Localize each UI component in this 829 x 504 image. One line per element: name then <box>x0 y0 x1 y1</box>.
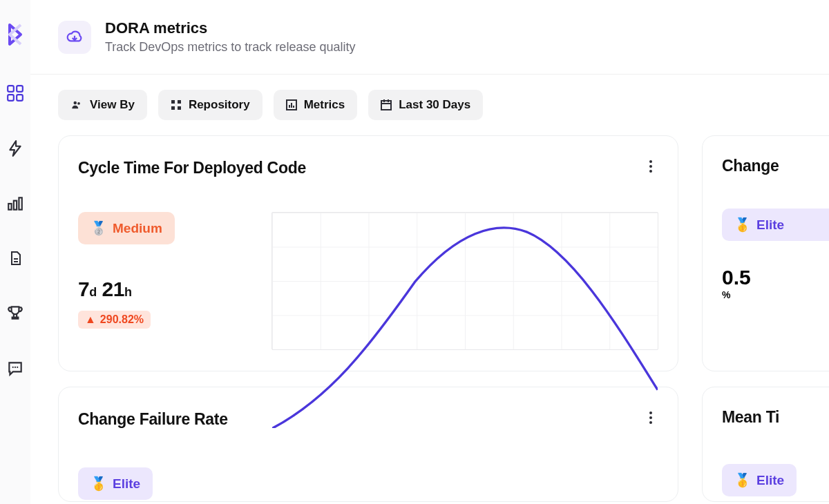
date-range-filter[interactable]: Last 30 Days <box>368 90 483 120</box>
repository-filter[interactable]: Repository <box>158 90 263 120</box>
mtr-card: Mean Ti 🥇 Elite <box>702 387 829 502</box>
svg-point-11 <box>17 367 18 368</box>
mtr-title: Mean Ti <box>722 408 779 427</box>
svg-rect-20 <box>291 103 292 108</box>
metrics-filter[interactable]: Metrics <box>274 90 358 120</box>
medal-icon: 🥈 <box>90 220 107 236</box>
cycle-time-menu[interactable] <box>643 157 658 179</box>
nav-docs[interactable] <box>7 250 23 269</box>
view-by-label: View By <box>90 98 135 112</box>
kebab-icon <box>649 159 653 173</box>
cycle-time-value: 7d 21h <box>78 278 244 301</box>
change-card: Change 🥇 Elite 0.5 % <box>702 135 829 371</box>
badge-label: Medium <box>113 221 162 236</box>
badge-label: Elite <box>113 476 140 492</box>
nav-chat[interactable] <box>6 359 24 380</box>
status-badge: 🥈 Medium <box>78 212 175 244</box>
status-badge: 🥇 Elite <box>722 464 797 496</box>
filter-toolbar: View By Repository Metrics Last 30 Days <box>30 75 829 135</box>
grid-small-icon <box>171 99 182 110</box>
page-header: DORA metrics Track DevOps metrics to tra… <box>30 0 829 75</box>
chat-icon <box>6 359 24 377</box>
medal-icon: 🥇 <box>734 217 751 233</box>
cycle-time-delta: ▲ 290.82% <box>78 311 151 329</box>
cycle-time-card: Cycle Time For Deployed Code 🥈 Medium 7d <box>58 135 678 371</box>
svg-rect-22 <box>381 101 391 110</box>
svg-point-10 <box>15 367 16 368</box>
header-icon-tile <box>58 21 91 54</box>
cloud-download-icon <box>66 28 84 46</box>
cycle-time-title: Cycle Time For Deployed Code <box>78 159 306 177</box>
svg-point-12 <box>74 101 77 105</box>
svg-rect-6 <box>19 197 21 209</box>
sidebar <box>0 0 30 504</box>
repository-label: Repository <box>189 98 250 112</box>
svg-rect-5 <box>14 201 17 210</box>
svg-point-9 <box>12 367 14 368</box>
nav-activity[interactable] <box>6 139 24 160</box>
delta-value: 290.82% <box>100 313 144 326</box>
bars-icon <box>6 195 24 213</box>
grid-icon <box>6 84 24 102</box>
nav-trophy[interactable] <box>6 304 24 324</box>
cycle-time-chart <box>271 212 658 350</box>
svg-point-26 <box>649 160 652 163</box>
nav-analytics[interactable] <box>6 195 24 215</box>
svg-rect-17 <box>178 106 181 110</box>
triangle-up-icon: ▲ <box>85 313 96 326</box>
document-icon <box>7 250 23 266</box>
metrics-label: Metrics <box>304 98 345 112</box>
svg-rect-14 <box>171 100 175 104</box>
main-content: DORA metrics Track DevOps metrics to tra… <box>30 0 829 504</box>
svg-rect-0 <box>8 86 14 92</box>
svg-rect-21 <box>293 106 294 108</box>
status-badge: 🥇 Elite <box>722 209 829 241</box>
change-value: 0.5 % <box>722 266 751 300</box>
trophy-icon <box>6 304 24 322</box>
svg-point-13 <box>77 102 80 105</box>
page-subtitle: Track DevOps metrics to track release qu… <box>105 40 355 55</box>
svg-point-27 <box>649 165 652 168</box>
medal-icon: 🥇 <box>734 472 751 488</box>
status-badge: 🥇 Elite <box>78 467 153 500</box>
svg-rect-15 <box>178 100 181 104</box>
svg-point-28 <box>649 170 652 173</box>
svg-rect-2 <box>8 95 14 101</box>
people-icon <box>70 99 83 111</box>
svg-rect-3 <box>17 95 23 101</box>
chart-icon <box>286 99 297 110</box>
page-title: DORA metrics <box>105 19 355 37</box>
date-range-label: Last 30 Days <box>399 98 470 112</box>
medal-icon: 🥇 <box>90 476 107 492</box>
badge-label: Elite <box>756 217 784 233</box>
calendar-icon <box>381 99 392 110</box>
svg-rect-16 <box>171 106 175 110</box>
app-logo-icon <box>0 19 30 50</box>
svg-rect-1 <box>17 86 23 92</box>
badge-label: Elite <box>756 473 784 488</box>
line-chart <box>272 213 658 428</box>
view-by-filter[interactable]: View By <box>58 90 147 120</box>
change-title: Change <box>722 157 779 175</box>
svg-rect-4 <box>8 204 11 210</box>
failure-rate-title: Change Failure Rate <box>78 410 228 429</box>
svg-rect-19 <box>289 105 290 108</box>
nav-dashboard[interactable] <box>6 84 24 105</box>
bolt-icon <box>6 139 24 157</box>
